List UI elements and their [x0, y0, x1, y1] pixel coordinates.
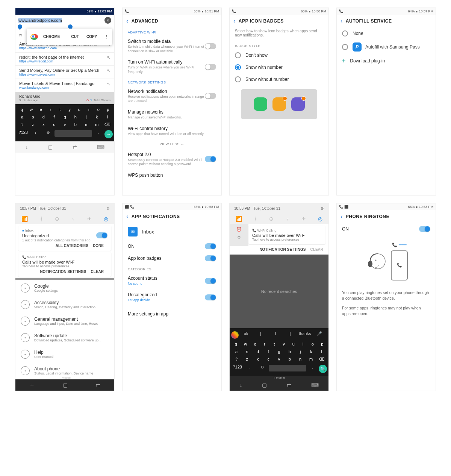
setting-hotspot[interactable]: Hotspot 2.0Seamlessly connect to Hotspot… [123, 149, 221, 170]
notif-settings-button[interactable]: NOTIFICATION SETTINGS [40, 270, 86, 274]
keyboard-row[interactable]: asdfghjkl [231, 348, 327, 355]
setting-app-icon-badges[interactable]: App icon badges [123, 252, 221, 264]
toggle[interactable] [205, 93, 216, 99]
ctx-chrome[interactable]: CHROME [27, 29, 67, 45]
setting-switch-mobile-data[interactable]: Switch to mobile dataSwitch to mobile da… [123, 36, 221, 56]
notification-history-icons[interactable]: ⏰⚙ [230, 224, 248, 246]
radio-none[interactable]: None [337, 27, 436, 39]
nav-keyboard-icon[interactable]: ⌨ [97, 144, 104, 150]
keyboard-row[interactable]: ?123/☺.→ [17, 129, 113, 140]
qs-icons[interactable]: 📶ᚼ⊖♀✈◎ [230, 214, 328, 224]
nav-back-icon[interactable]: ← [29, 382, 35, 388]
nav-recent-icon[interactable]: ▢ [63, 382, 68, 388]
setting-on[interactable]: ON [123, 240, 221, 252]
nav-switch-icon[interactable]: ⇄ [96, 382, 100, 388]
clear-icon[interactable]: ✕ [104, 17, 111, 24]
nfc-icon[interactable]: ◎ [318, 216, 322, 222]
dnd-icon[interactable]: ⊖ [269, 216, 274, 222]
keyboard[interactable]: qwertyuiop asdfghjkl ⇧zxcvbnm⌫ ?123/☺.→ [15, 104, 114, 141]
back-icon[interactable]: ‹ [233, 18, 236, 24]
suggestion-item[interactable]: Movie Tickets & Movie Times | Fandangoww… [15, 79, 114, 92]
back-icon[interactable]: ‹ [341, 18, 343, 24]
navbar[interactable]: ↓▢⇄⌨ [15, 141, 114, 153]
setting-more-in-app[interactable]: More settings in app [123, 308, 221, 320]
flashlight-icon[interactable]: ♀ [71, 216, 76, 222]
airplane-icon[interactable]: ✈ [87, 216, 92, 222]
nav-recent-icon[interactable]: ▢ [262, 382, 267, 388]
settings-icon[interactable]: ⚙ [106, 206, 110, 211]
navbar[interactable]: ↓▢⇄⌨ [230, 379, 328, 391]
setting-uncategorized[interactable]: UncategorizedLet app decide [123, 289, 221, 306]
gear-icon[interactable]: ⚙ [237, 235, 241, 240]
keyboard-row[interactable]: ?123,☺.🔍 [231, 363, 327, 374]
navbar[interactable]: ←▢⇄ [15, 379, 114, 391]
radio-show-without-number[interactable]: Show without number [230, 73, 328, 85]
view-less-button[interactable]: VIEW LESS ︿ [123, 139, 221, 149]
mic-icon[interactable]: 🎤 [312, 331, 327, 339]
setting-wifi-history[interactable]: Wi-Fi control historyView apps that have… [123, 123, 221, 139]
setting-network-notif[interactable]: Network notificationReceive notification… [123, 86, 221, 106]
clear-button[interactable]: CLEAR [91, 270, 104, 274]
nfc-icon[interactable]: ◎ [104, 216, 108, 222]
nav-switch-icon[interactable]: ⇄ [73, 144, 77, 150]
back-icon[interactable]: ‹ [126, 18, 129, 24]
keyboard-row[interactable]: ⇧zxcvbnm⌫ [231, 355, 327, 363]
bluetooth-icon[interactable]: ᚼ [40, 216, 43, 222]
back-icon[interactable]: ‹ [126, 213, 129, 220]
done-button[interactable]: DONE [93, 244, 104, 248]
ctx-cut[interactable]: CUT [67, 29, 83, 45]
alarm-icon[interactable]: ⏰ [236, 227, 242, 232]
clear-button[interactable]: CLEAR [310, 247, 323, 252]
setting-account-status[interactable]: Account statusNo sound [123, 273, 221, 289]
toggle[interactable] [205, 294, 216, 300]
nav-down-icon[interactable]: ↓ [25, 144, 28, 150]
all-categories-button[interactable]: ALL CATEGORIES [56, 244, 88, 248]
insert-arrow-icon[interactable]: ↖ [107, 55, 110, 60]
nav-recent-icon[interactable]: ▢ [48, 144, 53, 150]
qs-icons[interactable]: 📶ᚼ⊖♀✈◎ [15, 214, 114, 224]
keyboard-row[interactable]: qwertyuiop [17, 106, 113, 113]
suggestion-item[interactable]: reddit: the front page of the internetht… [15, 53, 114, 66]
url-text[interactable]: www.androidpolice.com [18, 18, 62, 23]
download-plugin[interactable]: +Download plug-in [337, 55, 436, 67]
nav-down-icon[interactable]: ↓ [239, 382, 242, 388]
settings-icon[interactable]: ⚙ [321, 206, 324, 211]
notification-card-wifi-calling[interactable]: 📞 Wi-Fi Calling Calls will be made over … [248, 226, 325, 244]
nav-keyboard-icon[interactable]: ⌨ [311, 382, 319, 388]
airplane-icon[interactable]: ✈ [301, 216, 306, 222]
ctx-copy[interactable]: COPY [83, 29, 101, 45]
ctx-more-icon[interactable]: ⋮ [101, 29, 112, 45]
flashlight-icon[interactable]: ♀ [286, 216, 290, 222]
keyboard-row[interactable]: ⇧zxcvbnm⌫ [17, 121, 113, 129]
suggestion-row[interactable]: ok|I|thanks🎤 [231, 330, 327, 340]
bluetooth-icon[interactable]: ᚼ [254, 216, 257, 222]
keyboard-row[interactable]: qwertyuiop [231, 340, 327, 348]
setting-on[interactable]: ON [337, 223, 436, 235]
keyboard[interactable]: ok|I|thanks🎤 qwertyuiop asdfghjkl ⇧zxcvb… [230, 328, 328, 376]
toggle[interactable] [205, 243, 216, 249]
suggestion-item[interactable]: Send Money, Pay Online or Set Up a Merch… [15, 66, 114, 79]
keyboard-row[interactable]: asdfghjkl [17, 113, 113, 121]
toggle[interactable] [205, 255, 216, 261]
dnd-icon[interactable]: ⊖ [55, 216, 59, 222]
toggle[interactable] [96, 232, 107, 238]
google-icon[interactable] [231, 331, 239, 339]
radio-samsung-pass[interactable]: PAutofill with Samsung Pass [337, 39, 436, 55]
notification-card-wifi-calling[interactable]: 📞 Wi-Fi Calling Calls will be made over … [18, 252, 111, 277]
radio-dont-show[interactable]: Don't show [230, 49, 328, 61]
radio-show-number[interactable]: Show with number [230, 61, 328, 73]
back-icon[interactable]: ‹ [341, 213, 343, 220]
toggle[interactable] [205, 64, 216, 70]
setting-wifi-auto[interactable]: Turn on Wi-Fi automaticallyTurn on Wi-Fi… [123, 56, 221, 77]
toggle[interactable] [205, 156, 216, 162]
notif-settings-button[interactable]: NOTIFICATION SETTINGS [259, 247, 306, 252]
url-bar[interactable]: www.androidpolice.com ✕ [15, 15, 114, 26]
setting-wps[interactable]: WPS push button [123, 170, 221, 181]
wifi-icon[interactable]: 📶 [236, 216, 242, 222]
toggle[interactable] [205, 43, 216, 49]
wifi-icon[interactable]: 📶 [21, 216, 28, 222]
setting-manage-networks[interactable]: Manage networksManage your saved Wi-Fi n… [123, 106, 221, 123]
notification-card-inbox[interactable]: ■ Inbox Uncategorized 1 out of 2 notific… [18, 226, 111, 251]
insert-arrow-icon[interactable]: ↖ [107, 68, 110, 73]
insert-arrow-icon[interactable]: ↖ [107, 81, 110, 86]
